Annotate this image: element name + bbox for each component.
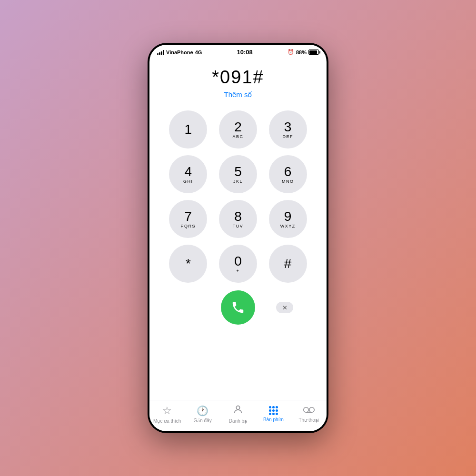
star-icon: ☆ (162, 405, 172, 417)
key-4-sub: GHI (183, 179, 193, 184)
key-star-main: * (186, 257, 191, 270)
key-5-sub: JKL (233, 179, 243, 184)
time-display: 10:08 (237, 49, 253, 56)
key-7[interactable]: 7 PQRS (169, 200, 207, 238)
phone-icon (231, 300, 245, 315)
key-8-sub: TUV (233, 224, 244, 228)
nav-item-recent[interactable]: 🕐 Gần đây (188, 405, 217, 423)
nav-item-voicemail[interactable]: Thư thoại (295, 405, 323, 423)
call-button[interactable] (221, 290, 255, 325)
key-4[interactable]: 4 GHI (169, 155, 207, 193)
clock-icon: 🕐 (197, 405, 208, 416)
key-9-sub: WXYZ (280, 224, 296, 228)
svg-point-0 (236, 406, 239, 409)
delete-button[interactable]: ✕ (274, 297, 295, 318)
key-5-main: 5 (234, 165, 242, 178)
keypad: 1 2 ABC 3 DEF 4 GHI 5 JKL (167, 110, 309, 283)
key-0-sub: + (237, 268, 240, 273)
add-number-link[interactable]: Thêm số (224, 90, 252, 99)
key-2[interactable]: 2 ABC (219, 110, 257, 149)
nav-label-keypad: Bàn phím (263, 417, 284, 422)
key-1[interactable]: 1 (169, 110, 207, 149)
battery-icon (308, 50, 319, 55)
key-hash[interactable]: # (269, 245, 307, 283)
svg-point-1 (304, 407, 309, 413)
svg-point-2 (309, 407, 315, 413)
key-2-main: 2 (234, 120, 242, 134)
status-bar: VinaPhone 4G 10:08 ⏰ 88% (149, 45, 327, 58)
battery-percent: 88% (296, 50, 307, 55)
action-row: ✕ (176, 290, 300, 325)
key-2-sub: ABC (232, 134, 243, 139)
carrier-label: VinaPhone (166, 50, 193, 55)
key-7-sub: PQRS (181, 224, 196, 228)
bottom-nav: ☆ Mục ưa thích 🕐 Gần đây Danh bạ (149, 400, 327, 431)
nav-label-favorites: Mục ưa thích (153, 418, 181, 424)
key-6-main: 6 (284, 165, 292, 178)
grid-icon (269, 406, 278, 415)
status-left: VinaPhone 4G (157, 50, 202, 55)
key-5[interactable]: 5 JKL (219, 155, 257, 193)
status-right: ⏰ 88% (288, 49, 319, 55)
key-star[interactable]: * (169, 245, 207, 283)
key-1-main: 1 (185, 123, 192, 136)
key-0[interactable]: 0 + (219, 245, 257, 283)
nav-label-contacts: Danh bạ (229, 418, 247, 424)
key-7-main: 7 (185, 210, 192, 223)
nav-label-recent: Gần đây (193, 418, 211, 423)
key-3[interactable]: 3 DEF (269, 110, 307, 149)
dialer-area: *091# Thêm số 1 2 ABC 3 DEF 4 GH (149, 58, 327, 400)
phone-frame: VinaPhone 4G 10:08 ⏰ 88% *091# Thêm số 1 (148, 43, 328, 433)
alarm-icon: ⏰ (288, 49, 294, 55)
signal-bars (157, 50, 164, 55)
key-3-sub: DEF (282, 134, 293, 139)
key-8-main: 8 (234, 210, 242, 223)
nav-item-favorites[interactable]: ☆ Mục ưa thích (153, 405, 181, 424)
dialed-number: *091# (212, 67, 264, 88)
key-0-main: 0 (234, 255, 242, 268)
nav-item-contacts[interactable]: Danh bạ (224, 404, 252, 424)
key-8[interactable]: 8 TUV (219, 200, 257, 238)
key-hash-main: # (284, 257, 292, 270)
phone-screen: VinaPhone 4G 10:08 ⏰ 88% *091# Thêm số 1 (149, 45, 327, 431)
key-9-main: 9 (284, 210, 292, 223)
nav-item-keypad[interactable]: Bàn phím (259, 406, 288, 422)
key-3-main: 3 (284, 120, 292, 134)
delete-icon: ✕ (276, 302, 293, 313)
nav-label-voicemail: Thư thoại (298, 417, 319, 423)
key-6-sub: MNO (282, 179, 294, 184)
person-icon (233, 404, 243, 417)
voicemail-icon (303, 405, 315, 416)
key-9[interactable]: 9 WXYZ (269, 200, 307, 238)
network-label: 4G (195, 50, 202, 55)
key-6[interactable]: 6 MNO (269, 155, 307, 193)
key-4-main: 4 (185, 165, 192, 178)
